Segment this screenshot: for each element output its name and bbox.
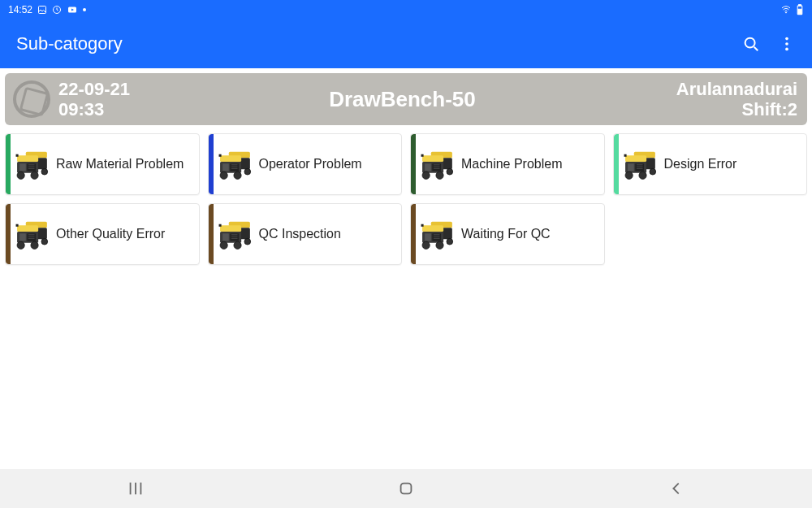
status-left: 14:52 (8, 4, 86, 15)
clock-icon (52, 5, 62, 15)
svg-point-22 (17, 172, 24, 179)
more-vert-icon[interactable] (778, 35, 796, 53)
app-bar: Sub-catogory (0, 20, 812, 68)
category-card[interactable]: QC Inspection (208, 203, 403, 265)
category-card[interactable]: Waiting For QC (410, 203, 605, 265)
svg-point-9 (785, 37, 788, 41)
wifi-icon (780, 5, 793, 15)
card-label: QC Inspection (256, 227, 341, 241)
svg-rect-17 (19, 163, 26, 171)
search-icon[interactable] (742, 35, 760, 53)
svg-rect-50 (421, 154, 424, 157)
system-nav-bar (0, 469, 812, 508)
svg-rect-63 (624, 154, 626, 157)
banner-time: 09:33 (58, 99, 130, 119)
svg-point-10 (785, 42, 788, 46)
svg-rect-0 (39, 7, 46, 14)
card-label: Design Error (661, 157, 737, 172)
card-label: Other Quality Error (53, 227, 165, 241)
status-right (780, 4, 804, 15)
svg-rect-93 (422, 225, 443, 232)
banner-right: Arulannadurai Shift:2 (667, 73, 807, 125)
category-card[interactable]: Machine Problem (410, 133, 605, 195)
banner-center: DrawBench-50 (138, 73, 667, 125)
svg-rect-89 (218, 224, 221, 227)
svg-rect-30 (222, 163, 229, 171)
svg-point-27 (244, 168, 250, 175)
category-card[interactable]: Design Error (613, 133, 808, 195)
svg-rect-67 (17, 225, 38, 232)
svg-point-53 (649, 168, 655, 175)
banner-user: Arulannadurai (676, 79, 797, 99)
svg-rect-41 (422, 155, 443, 162)
svg-rect-80 (220, 225, 241, 232)
svg-point-35 (220, 172, 227, 179)
nav-back-icon[interactable] (667, 480, 685, 497)
svg-point-74 (17, 241, 24, 249)
svg-rect-28 (220, 155, 241, 162)
svg-rect-95 (425, 233, 431, 241)
svg-point-88 (233, 241, 240, 249)
image-icon (37, 5, 47, 15)
status-time: 14:52 (8, 4, 32, 15)
category-grid: Raw Material Problem Operator Problem Ma… (0, 133, 812, 265)
category-card[interactable]: Other Quality Error (5, 203, 200, 265)
svg-rect-15 (17, 155, 38, 162)
generator-icon (214, 217, 256, 251)
banner-datetime: 22-09-21 09:33 (58, 79, 130, 120)
svg-point-79 (244, 238, 250, 245)
generator-icon (214, 147, 256, 181)
svg-point-40 (447, 168, 453, 175)
svg-rect-43 (425, 163, 431, 171)
generator-icon (11, 217, 53, 251)
nav-home-icon[interactable] (397, 480, 415, 497)
svg-rect-37 (218, 154, 221, 157)
youtube-icon (67, 5, 78, 15)
svg-point-48 (422, 172, 430, 179)
svg-point-49 (436, 172, 443, 179)
svg-point-101 (436, 241, 443, 249)
svg-point-7 (745, 38, 755, 48)
svg-point-66 (41, 238, 48, 245)
svg-rect-76 (16, 224, 19, 227)
category-card[interactable]: Raw Material Problem (5, 133, 200, 195)
info-banner: 22-09-21 09:33 DrawBench-50 Arulannadura… (5, 73, 807, 125)
nav-recent-icon[interactable] (127, 480, 145, 497)
banner-left: 22-09-21 09:33 (5, 73, 138, 125)
status-bar: 14:52 (0, 0, 812, 20)
svg-point-100 (422, 241, 430, 249)
svg-point-36 (233, 172, 240, 179)
svg-point-92 (447, 238, 453, 245)
banner-date: 22-09-21 (58, 79, 130, 99)
svg-rect-56 (628, 163, 634, 171)
app-bar-actions (742, 35, 796, 53)
category-card[interactable]: Operator Problem (208, 133, 403, 195)
card-label: Operator Problem (256, 157, 362, 172)
logo-icon (13, 80, 50, 118)
card-label: Waiting For QC (458, 227, 551, 241)
svg-point-14 (41, 168, 48, 175)
svg-point-62 (638, 172, 646, 179)
svg-point-87 (220, 241, 227, 249)
card-label: Machine Problem (458, 157, 563, 172)
generator-icon (619, 147, 661, 181)
generator-icon (416, 217, 458, 251)
svg-rect-69 (19, 233, 26, 241)
svg-point-11 (785, 48, 788, 51)
battery-icon (796, 4, 804, 15)
generator-icon (416, 147, 458, 181)
svg-rect-102 (421, 224, 424, 227)
svg-point-3 (786, 12, 787, 13)
dot-icon (83, 8, 86, 11)
svg-point-75 (31, 241, 38, 249)
svg-line-8 (754, 47, 758, 51)
svg-point-23 (31, 172, 38, 179)
svg-rect-5 (799, 5, 801, 6)
svg-rect-106 (401, 484, 412, 494)
svg-rect-82 (222, 233, 229, 241)
generator-icon (11, 147, 53, 181)
svg-rect-54 (625, 155, 646, 162)
svg-rect-6 (798, 9, 801, 14)
svg-rect-24 (16, 154, 19, 157)
page-title: Sub-catogory (16, 33, 123, 54)
